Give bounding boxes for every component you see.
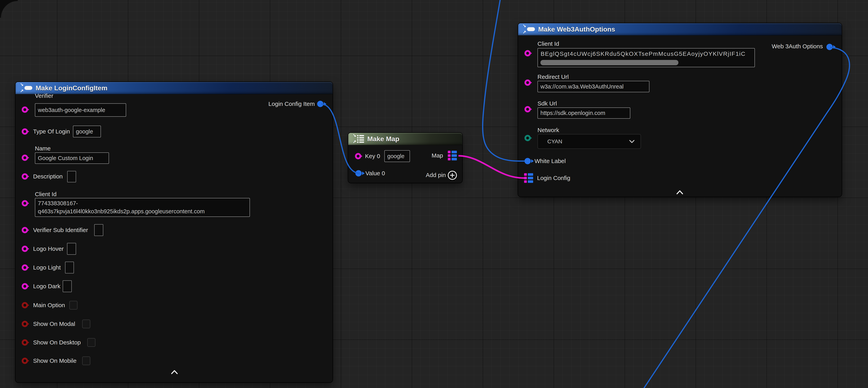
client-id-scrollbar[interactable] bbox=[540, 60, 678, 65]
verifier-label: Verifier bbox=[35, 92, 53, 99]
name-input[interactable]: Google Custom Login bbox=[35, 152, 109, 164]
client-id-pin[interactable] bbox=[524, 50, 531, 56]
main-option-checkbox[interactable] bbox=[69, 301, 78, 309]
name-label: Name bbox=[35, 145, 51, 152]
show-on-desktop-label: Show On Desktop bbox=[33, 339, 81, 346]
type-of-login-pin[interactable] bbox=[22, 128, 28, 135]
white-label-label: White Label bbox=[534, 157, 566, 165]
plus-circle-icon bbox=[447, 170, 457, 180]
show-on-modal-pin[interactable] bbox=[22, 321, 28, 327]
verifier-pin[interactable] bbox=[22, 107, 28, 113]
sdk-url-label: Sdk Url bbox=[537, 100, 557, 107]
sdk-url-pin[interactable] bbox=[524, 106, 531, 112]
white-label-pin[interactable] bbox=[524, 158, 531, 164]
node-make-map[interactable]: ↘↗ Make Map Key 0 google Map Value 0 Add… bbox=[348, 133, 462, 183]
network-label: Network bbox=[537, 126, 559, 134]
make-struct-icon: ↘↗ bbox=[523, 24, 535, 34]
blueprint-graph-canvas[interactable]: { "n1": { "title": "Make LoginConfigItem… bbox=[0, 0, 868, 388]
show-on-modal-checkbox[interactable] bbox=[82, 320, 90, 328]
node-header-make-web3authoptions[interactable]: ↘↗ Make Web3AuthOptions bbox=[518, 23, 842, 35]
logo-light-pin[interactable] bbox=[22, 264, 28, 271]
show-on-mobile-checkbox[interactable] bbox=[82, 356, 90, 365]
client-id-line2: q463s7kpvja16l4l0kko3nb925ikds2p.apps.go… bbox=[38, 207, 205, 215]
login-config-pin[interactable] bbox=[524, 173, 533, 183]
logo-hover-pin[interactable] bbox=[22, 246, 28, 252]
logo-dark-label: Logo Dark bbox=[33, 283, 60, 290]
sdk-url-input[interactable]: https://sdk.openlogin.com bbox=[537, 108, 630, 119]
logo-dark-input[interactable] bbox=[63, 280, 72, 292]
node-make-web3authoptions[interactable]: ↘↗ Make Web3AuthOptions Web 3Auth Option… bbox=[518, 23, 842, 197]
main-option-label: Main Option bbox=[33, 302, 65, 309]
client-id-label: Client Id bbox=[35, 191, 57, 198]
verifier-sub-identifier-pin[interactable] bbox=[22, 227, 28, 233]
node-title: Make Map bbox=[367, 135, 399, 143]
node-title: Make LoginConfigItem bbox=[35, 84, 107, 92]
collapse-node-button[interactable] bbox=[171, 370, 178, 374]
verifier-sub-identifier-label: Verifier Sub Identifier bbox=[33, 227, 88, 234]
output-label-web3auth-options: Web 3Auth Options bbox=[772, 43, 823, 50]
show-on-desktop-checkbox[interactable] bbox=[87, 338, 95, 347]
chevron-up-icon bbox=[676, 190, 683, 195]
node-make-loginconfigitem[interactable]: ↘↗ Make LoginConfigItem Login Config Ite… bbox=[16, 82, 333, 382]
add-pin-button[interactable] bbox=[447, 170, 457, 180]
chevron-up-icon bbox=[171, 370, 178, 374]
logo-hover-input[interactable] bbox=[67, 243, 76, 255]
client-id-input[interactable]: 774338308167- q463s7kpvja16l4l0kko3nb925… bbox=[35, 198, 250, 217]
logo-hover-label: Logo Hover bbox=[33, 245, 64, 252]
client-id-pin[interactable] bbox=[22, 200, 28, 206]
map-output-label: Map bbox=[432, 152, 443, 159]
add-pin-label: Add pin bbox=[426, 172, 446, 179]
node-title: Make Web3AuthOptions bbox=[538, 25, 615, 33]
description-input[interactable] bbox=[67, 171, 76, 182]
login-config-label: Login Config bbox=[537, 175, 570, 182]
key-0-input[interactable]: google bbox=[384, 150, 410, 162]
logo-light-label: Logo Light bbox=[33, 264, 61, 271]
logo-light-input[interactable] bbox=[65, 262, 74, 273]
redirect-url-input[interactable]: w3a://com.w3a.Web3AuthUnreal bbox=[537, 81, 649, 92]
key-0-label: Key 0 bbox=[365, 153, 380, 160]
output-label-login-config-item: Login Config Item bbox=[269, 100, 315, 108]
wire-map-to-loginconfig[interactable] bbox=[459, 156, 524, 178]
client-id-label: Client Id bbox=[537, 40, 559, 47]
description-label: Description bbox=[33, 173, 63, 180]
make-struct-icon: ↘↗ bbox=[20, 83, 32, 93]
map-output-pin[interactable] bbox=[448, 151, 457, 160]
show-on-mobile-pin[interactable] bbox=[22, 358, 28, 364]
main-option-pin[interactable] bbox=[22, 302, 28, 308]
make-map-icon: ↘↗ bbox=[352, 133, 364, 144]
node-header-make-map[interactable]: ↘↗ Make Map bbox=[348, 133, 462, 145]
redirect-url-label: Redirect Url bbox=[537, 73, 569, 81]
network-dropdown[interactable]: CYAN bbox=[537, 134, 641, 149]
show-on-mobile-label: Show On Mobile bbox=[33, 357, 76, 364]
network-pin[interactable] bbox=[524, 135, 531, 141]
logo-dark-pin[interactable] bbox=[22, 283, 28, 290]
redirect-url-pin[interactable] bbox=[524, 80, 531, 86]
type-of-login-label: Type Of Login bbox=[33, 128, 70, 135]
chevron-down-icon bbox=[629, 140, 634, 143]
verifier-input[interactable]: web3auth-google-example bbox=[35, 103, 126, 117]
client-id-input[interactable]: BEglQSgt4cUWcj6SKRdu5QkOXTsePmMcusG5EAoy… bbox=[537, 48, 755, 67]
client-id-line1: 774338308167- bbox=[38, 199, 78, 207]
verifier-sub-identifier-input[interactable] bbox=[94, 224, 103, 236]
name-pin[interactable] bbox=[22, 155, 28, 161]
value-0-label: Value 0 bbox=[365, 170, 385, 177]
graph-panel-corner bbox=[0, 0, 18, 18]
collapse-node-button[interactable] bbox=[676, 190, 683, 195]
type-of-login-input[interactable]: google bbox=[73, 126, 101, 138]
network-selected-value: CYAN bbox=[547, 139, 562, 145]
client-id-text: BEglQSgt4cUWcj6SKRdu5QkOXTsePmMcusG5EAoy… bbox=[540, 51, 746, 57]
show-on-desktop-pin[interactable] bbox=[22, 339, 28, 346]
key-0-pin[interactable] bbox=[355, 153, 361, 159]
node-header-make-loginconfigitem[interactable]: ↘↗ Make LoginConfigItem bbox=[16, 82, 333, 94]
description-pin[interactable] bbox=[22, 173, 28, 180]
show-on-modal-label: Show On Modal bbox=[33, 320, 75, 327]
